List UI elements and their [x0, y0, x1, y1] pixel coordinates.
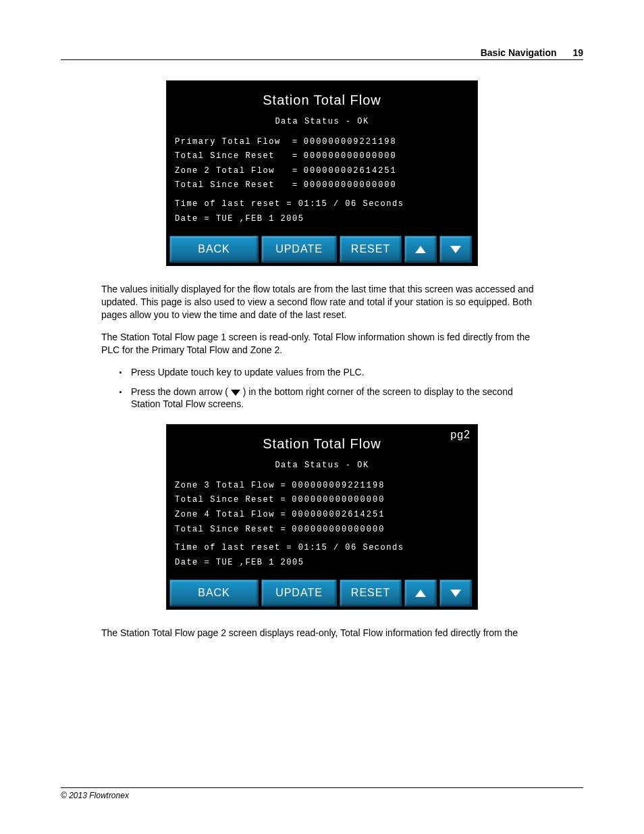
footer-copyright: © 2013 Flowtronex	[61, 791, 129, 800]
row-value: 000000000000000	[292, 523, 385, 538]
header-section-title: Basic Navigation	[481, 47, 557, 58]
hmi-row-primary-total-flow: Primary Total Flow = 000000009221198	[175, 135, 469, 150]
back-button[interactable]: BACK	[169, 579, 259, 606]
row-value: 000000002614251	[304, 164, 397, 179]
reset-button[interactable]: RESET	[340, 579, 402, 606]
bullet-item-down-arrow: Press the down arrow ( ) in the bottom r…	[119, 386, 543, 411]
body-paragraph-1: The values initially displayed for the f…	[101, 283, 543, 321]
hmi-title: Station Total Flow	[175, 432, 469, 456]
header-page-number: 19	[572, 47, 583, 58]
hmi-row-zone4-total-flow: Zone 4 Total Flow = 000000002614251	[175, 508, 469, 523]
hmi-last-reset-time: Time of last reset = 01:15 / 06 Seconds	[175, 197, 469, 212]
hmi-data-status: Data Status - OK	[175, 459, 469, 473]
row-label: Zone 3 Total Flow =	[175, 479, 286, 494]
row-value: 000000000000000	[304, 178, 397, 193]
row-label: Total Since Reset =	[175, 523, 286, 538]
row-value: 000000002614251	[292, 508, 385, 523]
reset-button[interactable]: RESET	[340, 236, 402, 263]
row-label: Primary Total Flow =	[175, 135, 298, 150]
row-label: Total Since Reset =	[175, 178, 298, 193]
triangle-down-icon	[231, 390, 240, 396]
back-button[interactable]: BACK	[169, 236, 259, 263]
page-down-button[interactable]	[439, 579, 472, 606]
update-button[interactable]: UPDATE	[261, 236, 337, 263]
triangle-down-icon	[450, 590, 461, 597]
hmi-row-zone3-total-flow: Zone 3 Total Flow = 000000009221198	[175, 479, 469, 494]
row-value: 000000009221198	[292, 479, 385, 494]
hmi-button-bar: BACK UPDATE RESET	[167, 577, 477, 609]
body-paragraph-2: The Station Total Flow page 1 screen is …	[101, 331, 543, 357]
row-value: 000000009221198	[304, 135, 397, 150]
bullet-list: Press Update touch key to update values …	[119, 366, 543, 411]
hmi-button-bar: BACK UPDATE RESET	[167, 233, 477, 265]
hmi-last-reset-date: Date = TUE ,FEB 1 2005	[175, 556, 469, 571]
update-button[interactable]: UPDATE	[261, 579, 337, 606]
hmi-row-total-since-reset-2: Total Since Reset = 000000000000000	[175, 178, 469, 193]
hmi-row-total-since-reset-1: Total Since Reset = 000000000000000	[175, 149, 469, 164]
hmi-screen-station-total-flow-pg1: Station Total Flow Data Status - OK Prim…	[166, 80, 478, 266]
row-value: 000000000000000	[292, 493, 385, 508]
row-label: Zone 4 Total Flow =	[175, 508, 286, 523]
page-up-button[interactable]	[404, 579, 437, 606]
hmi-data-status: Data Status - OK	[175, 115, 469, 130]
bullet-item-update: Press Update touch key to update values …	[119, 366, 543, 379]
triangle-down-icon	[450, 246, 461, 253]
page-footer: © 2013 Flowtronex	[61, 787, 583, 800]
triangle-up-icon	[415, 246, 426, 253]
row-label: Total Since Reset =	[175, 493, 286, 508]
page-up-button[interactable]	[404, 236, 437, 263]
row-label: Zone 2 Total Flow =	[175, 164, 298, 179]
triangle-up-icon	[415, 590, 426, 597]
row-label: Total Since Reset =	[175, 149, 298, 164]
hmi-screen-station-total-flow-pg2: pg2 Station Total Flow Data Status - OK …	[166, 424, 478, 610]
page-down-button[interactable]	[439, 236, 472, 263]
hmi-row-total-since-reset-4: Total Since Reset = 000000000000000	[175, 523, 469, 538]
page-header: Basic Navigation 19	[61, 47, 583, 60]
hmi-page-tag: pg2	[450, 429, 471, 441]
hmi-row-zone2-total-flow: Zone 2 Total Flow = 000000002614251	[175, 164, 469, 179]
row-value: 000000000000000	[304, 149, 397, 164]
hmi-title: Station Total Flow	[175, 88, 469, 112]
hmi-last-reset-time: Time of last reset = 01:15 / 06 Seconds	[175, 541, 469, 556]
hmi-row-total-since-reset-3: Total Since Reset = 000000000000000	[175, 493, 469, 508]
body-paragraph-3: The Station Total Flow page 2 screen dis…	[101, 627, 543, 640]
bullet2-text-a: Press the down arrow (	[131, 386, 231, 397]
hmi-last-reset-date: Date = TUE ,FEB 1 2005	[175, 212, 469, 227]
